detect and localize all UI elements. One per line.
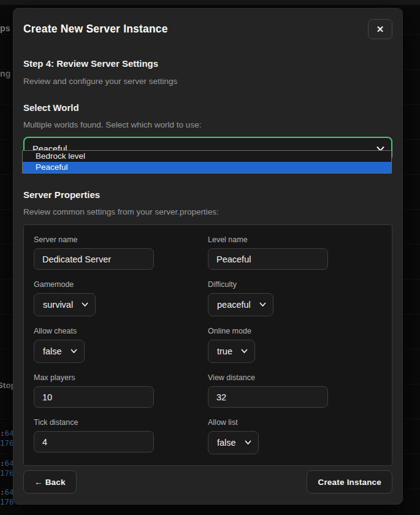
server-properties-panel: Server name Level name Gamemode survival… xyxy=(23,224,392,466)
background-partial-text: ps xyxy=(0,23,10,33)
step-heading: Step 4: Review Server Settings xyxy=(23,58,392,69)
console-separator: : xyxy=(0,429,5,438)
gamemode-select[interactable]: survival xyxy=(34,293,96,316)
modal-header: Create New Server Instance ✕ xyxy=(23,19,392,39)
chevron-down-icon xyxy=(82,302,88,307)
background-console-fragment: :64 176 xyxy=(0,429,14,448)
field-label: Difficulty xyxy=(208,280,382,289)
field-label: View distance xyxy=(208,373,382,382)
create-server-modal: Create New Server Instance ✕ Step 4: Rev… xyxy=(13,8,403,505)
close-button[interactable]: ✕ xyxy=(368,19,392,39)
allow-cheats-select-value: false xyxy=(43,346,62,356)
gamemode-select-value: survival xyxy=(43,300,73,310)
field-allow-list: Allow list false xyxy=(208,418,382,454)
chevron-down-icon xyxy=(241,349,248,354)
online-mode-select[interactable]: true xyxy=(208,340,255,363)
field-label: Online mode xyxy=(208,327,382,335)
field-label: Server name xyxy=(34,235,208,244)
field-label: Allow list xyxy=(208,418,382,427)
server-name-input[interactable] xyxy=(34,248,154,270)
select-world-subtitle: Multiple worlds found. Select which worl… xyxy=(23,120,392,129)
modal-footer: ← Back Create Instance xyxy=(23,470,392,494)
allow-list-select[interactable]: false xyxy=(208,431,259,454)
field-server-name: Server name xyxy=(34,235,208,270)
online-mode-select-value: true xyxy=(217,346,232,356)
chevron-down-icon xyxy=(259,302,266,307)
background-console-fragment: :64 176 xyxy=(0,487,14,506)
step-subtitle: Review and configure your server setting… xyxy=(23,77,392,86)
select-world-heading: Select World xyxy=(23,102,392,113)
chevron-down-icon xyxy=(71,349,77,354)
field-label: Allow cheats xyxy=(34,327,208,335)
field-label: Gamemode xyxy=(34,280,208,289)
world-dropdown-list: Bedrock level Peaceful xyxy=(22,150,392,174)
field-label: Level name xyxy=(208,235,382,244)
difficulty-select[interactable]: peaceful xyxy=(208,293,273,316)
field-label: Tick distance xyxy=(34,418,208,427)
background-top-band xyxy=(0,0,420,5)
world-option-bedrock-level[interactable]: Bedrock level xyxy=(23,151,391,162)
background-partial-text: ng xyxy=(0,69,11,78)
console-number: 176 xyxy=(0,438,14,448)
field-level-name: Level name xyxy=(208,235,382,270)
field-difficulty: Difficulty peaceful xyxy=(208,280,382,316)
console-separator: : xyxy=(0,487,5,497)
world-option-peaceful[interactable]: Peaceful xyxy=(23,162,391,173)
level-name-input[interactable] xyxy=(208,248,328,270)
console-number: 176 xyxy=(0,468,14,478)
background-console-fragment: :64 176 xyxy=(0,459,14,478)
console-number: 176 xyxy=(0,497,14,506)
field-view-distance: View distance xyxy=(208,373,382,408)
field-online-mode: Online mode true xyxy=(208,327,382,363)
difficulty-select-value: peaceful xyxy=(217,300,251,310)
modal-title: Create New Server Instance xyxy=(23,23,168,36)
chevron-down-icon xyxy=(245,440,251,445)
view-distance-input[interactable] xyxy=(208,386,328,408)
allow-list-select-value: false xyxy=(217,438,236,448)
field-tick-distance: Tick distance xyxy=(34,418,208,454)
create-instance-button[interactable]: Create Instance xyxy=(307,470,392,494)
server-properties-heading: Server Properties xyxy=(23,189,392,200)
back-button[interactable]: ← Back xyxy=(23,470,77,494)
max-players-input[interactable] xyxy=(34,386,154,408)
server-properties-subtitle: Review common settings from your server.… xyxy=(23,207,392,216)
field-max-players: Max players xyxy=(34,373,208,408)
console-separator: : xyxy=(0,459,5,468)
field-allow-cheats: Allow cheats false xyxy=(34,327,208,363)
field-gamemode: Gamemode survival xyxy=(34,280,208,316)
allow-cheats-select[interactable]: false xyxy=(34,340,85,363)
close-icon: ✕ xyxy=(376,24,384,35)
field-label: Max players xyxy=(34,373,208,382)
tick-distance-input[interactable] xyxy=(34,431,154,452)
